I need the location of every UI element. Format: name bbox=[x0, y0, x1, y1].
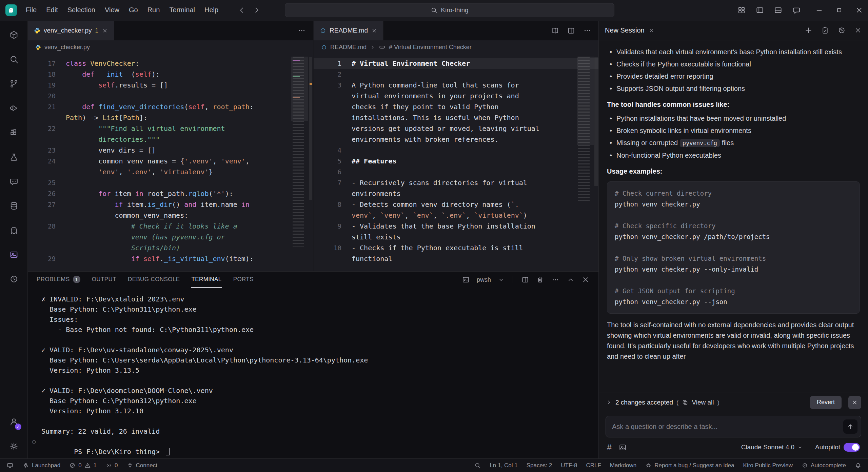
menu-go[interactable]: Go bbox=[124, 3, 143, 17]
autopilot-toggle[interactable] bbox=[844, 443, 860, 452]
kill-terminal-icon[interactable] bbox=[536, 276, 544, 284]
menu-selection[interactable]: Selection bbox=[63, 3, 100, 17]
close-icon[interactable] bbox=[855, 6, 863, 14]
remote-indicator[interactable] bbox=[2, 459, 18, 472]
panel-tabs: PROBLEMS 1 OUTPUT DEBUG CONSOLE TERMINAL… bbox=[28, 272, 598, 288]
attach-image-icon[interactable] bbox=[618, 443, 627, 452]
more-actions-icon[interactable] bbox=[583, 26, 592, 35]
kiro-ghost-icon[interactable] bbox=[6, 222, 22, 238]
search-view-icon[interactable] bbox=[6, 51, 22, 67]
menu-view[interactable]: View bbox=[100, 3, 124, 17]
code-editor[interactable]: 17class VenvChecker:18 def __init__(self… bbox=[28, 54, 313, 271]
extensions-icon[interactable] bbox=[6, 124, 22, 141]
split-terminal-icon[interactable] bbox=[521, 276, 529, 284]
autocomplete-item[interactable]: Autocomplete bbox=[797, 459, 850, 472]
menu-run[interactable]: Run bbox=[143, 3, 165, 17]
history-view-icon[interactable] bbox=[6, 271, 22, 287]
context-hash-icon[interactable]: # bbox=[607, 442, 612, 452]
database-icon[interactable] bbox=[6, 198, 22, 214]
close-panel-icon[interactable] bbox=[581, 276, 590, 284]
zoom-indicator[interactable] bbox=[470, 459, 485, 472]
task-list-icon[interactable] bbox=[821, 26, 829, 35]
tab-close-icon[interactable] bbox=[102, 28, 108, 34]
cursor-position[interactable]: Ln 1, Col 1 bbox=[485, 459, 522, 472]
tab-venv-checker[interactable]: venv_checker.py 1 bbox=[28, 21, 114, 40]
line-number: 26 bbox=[28, 188, 66, 199]
new-session-icon[interactable] bbox=[804, 26, 813, 35]
kiro-preview-item[interactable]: Kiro Public Preview bbox=[739, 459, 797, 472]
account-icon[interactable]: ✓ bbox=[6, 414, 22, 430]
breadcrumb[interactable]: README.md # Virtual Environment Checker bbox=[314, 40, 598, 54]
tab-debug-console[interactable]: DEBUG CONSOLE bbox=[128, 272, 180, 288]
testing-beaker-icon[interactable] bbox=[6, 149, 22, 165]
minimap[interactable] bbox=[578, 57, 593, 202]
close-session-icon[interactable] bbox=[649, 27, 654, 33]
terminal-line bbox=[41, 335, 598, 345]
scrollbar[interactable] bbox=[594, 54, 598, 271]
more-actions-icon[interactable] bbox=[551, 275, 560, 284]
dismiss-changes-button[interactable] bbox=[848, 396, 861, 409]
breadcrumb-symbol[interactable]: # Virtual Environment Checker bbox=[389, 44, 472, 51]
chat-toggle-icon[interactable] bbox=[792, 6, 801, 15]
eol-indicator[interactable]: CRLF bbox=[581, 459, 605, 472]
launchpad-item[interactable]: Launchpad bbox=[18, 459, 65, 472]
terminal[interactable]: ✗ INVALID: F:\Dev\xtaloid_2023\.env Base… bbox=[28, 288, 598, 467]
tab-output[interactable]: OUTPUT bbox=[92, 272, 116, 288]
back-icon[interactable] bbox=[237, 6, 246, 15]
menu-help[interactable]: Help bbox=[200, 3, 223, 17]
model-selector[interactable]: Claude Sonnet 4.0 bbox=[741, 444, 803, 451]
encoding[interactable]: UTF-8 bbox=[556, 459, 581, 472]
chevron-down-icon[interactable] bbox=[498, 276, 505, 283]
layout-grid-icon[interactable] bbox=[737, 6, 746, 15]
notifications-item[interactable] bbox=[850, 459, 866, 472]
chat-view-icon[interactable] bbox=[6, 173, 22, 190]
language-mode[interactable]: Markdown bbox=[606, 459, 641, 472]
code-editor[interactable]: 1# Virtual Environment Checker2 3A Pytho… bbox=[314, 54, 598, 271]
revert-button[interactable]: Revert bbox=[810, 396, 842, 409]
source-control-icon[interactable] bbox=[6, 76, 22, 92]
shell-label[interactable]: pwsh bbox=[477, 276, 491, 283]
connect-item[interactable]: Connect bbox=[122, 459, 162, 472]
tab-readme[interactable]: README.md bbox=[314, 21, 383, 40]
line-number bbox=[28, 134, 66, 145]
media-view-icon[interactable] bbox=[6, 247, 22, 263]
code-line: 2 bbox=[314, 69, 598, 80]
chevron-right-icon[interactable] bbox=[606, 399, 612, 406]
toggle-panel-icon[interactable] bbox=[774, 6, 783, 15]
problems-indicator[interactable]: 0 1 bbox=[65, 459, 101, 472]
tab-close-icon[interactable] bbox=[371, 28, 377, 34]
minimap[interactable] bbox=[293, 57, 308, 247]
toggle-sidebar-icon[interactable] bbox=[755, 6, 764, 15]
run-debug-icon[interactable] bbox=[6, 100, 22, 116]
markdown-preview-icon[interactable] bbox=[551, 26, 559, 35]
history-icon[interactable] bbox=[837, 26, 846, 35]
tab-problems[interactable]: PROBLEMS 1 bbox=[37, 272, 80, 288]
view-all-link[interactable]: View all bbox=[692, 399, 714, 406]
more-actions-icon[interactable] bbox=[297, 26, 306, 35]
scrollbar[interactable] bbox=[308, 54, 313, 271]
spec-cube-icon[interactable] bbox=[6, 27, 22, 43]
breadcrumb-file[interactable]: venv_checker.py bbox=[44, 44, 90, 51]
menu-edit[interactable]: Edit bbox=[41, 3, 62, 17]
menu-file[interactable]: File bbox=[21, 3, 41, 17]
menu-terminal[interactable]: Terminal bbox=[164, 3, 200, 17]
minimize-icon[interactable] bbox=[815, 6, 823, 14]
chat-input[interactable] bbox=[612, 423, 840, 431]
feedback-item[interactable]: Report a bug / Suggest an idea bbox=[641, 459, 738, 472]
maximize-panel-icon[interactable] bbox=[567, 276, 575, 284]
forward-icon[interactable] bbox=[252, 6, 261, 15]
close-chat-icon[interactable] bbox=[854, 26, 862, 34]
command-center-search[interactable]: Kiro-thing bbox=[285, 3, 614, 17]
indentation[interactable]: Spaces: 2 bbox=[522, 459, 557, 472]
settings-gear-icon[interactable] bbox=[6, 438, 22, 454]
tab-ports[interactable]: PORTS bbox=[233, 272, 254, 288]
send-button[interactable] bbox=[843, 419, 857, 434]
tab-terminal[interactable]: TERMINAL bbox=[191, 272, 221, 288]
chat-session-tab[interactable]: New Session bbox=[605, 26, 654, 34]
split-editor-icon[interactable] bbox=[567, 26, 575, 35]
breadcrumb[interactable]: venv_checker.py bbox=[28, 40, 313, 54]
terminal-line: Version: Python 3.12.10 bbox=[41, 406, 598, 416]
breadcrumb-file[interactable]: README.md bbox=[330, 44, 367, 51]
ports-indicator[interactable]: 0 bbox=[101, 459, 122, 472]
maximize-icon[interactable] bbox=[835, 6, 843, 14]
